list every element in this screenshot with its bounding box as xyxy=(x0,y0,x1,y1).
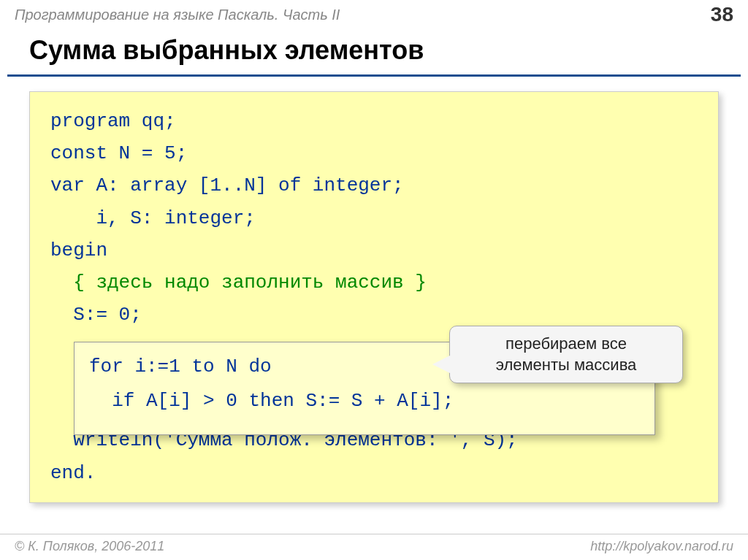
code-line: const N = 5; xyxy=(50,137,698,169)
callout-text: элементы массива xyxy=(462,355,671,376)
slide-footer: © К. Поляков, 2006-2011 http://kpolyakov… xyxy=(0,534,748,554)
footer-url: http://kpolyakov.narod.ru xyxy=(590,539,733,554)
code-line: end. xyxy=(50,457,698,489)
code-block: program qq; const N = 5; var A: array [1… xyxy=(29,91,719,503)
slide-title: Сумма выбранных элементов xyxy=(7,29,741,77)
code-line: var A: array [1..N] of integer; xyxy=(50,169,698,202)
code-line: begin xyxy=(50,234,698,266)
course-title: Программирование на языке Паскаль. Часть… xyxy=(15,7,340,23)
copyright: © К. Поляков, 2006-2011 xyxy=(15,539,164,554)
code-comment: { здесь надо заполнить массив } xyxy=(50,266,698,299)
code-line: i, S: integer; xyxy=(50,202,698,234)
callout-annotation: перебираем все элементы массива xyxy=(449,326,683,383)
code-line: program qq; xyxy=(50,105,698,137)
callout-text: перебираем все xyxy=(462,334,671,355)
code-line-if: if A[i] > 0 then S:= S + A[i]; xyxy=(89,384,640,418)
slide-header: Программирование на языке Паскаль. Часть… xyxy=(0,0,748,29)
page-number: 38 xyxy=(711,3,733,26)
